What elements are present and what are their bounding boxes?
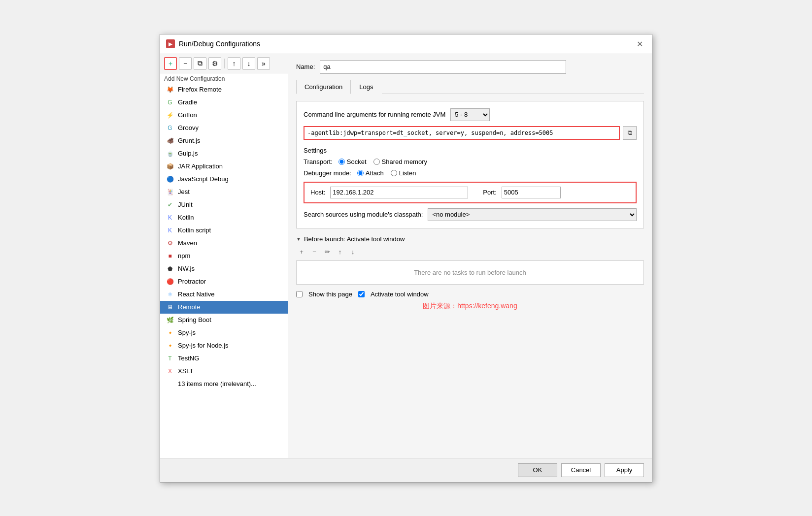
- close-button[interactable]: ✕: [634, 38, 646, 50]
- ok-button[interactable]: OK: [518, 463, 557, 477]
- add-configuration-button[interactable]: +: [164, 57, 177, 70]
- sidebar-item-label: Protractor: [178, 278, 206, 285]
- sidebar-item-maven[interactable]: ⚙ Maven: [160, 237, 288, 250]
- debugger-listen-radio[interactable]: [391, 170, 397, 176]
- name-row: Name:: [296, 60, 644, 74]
- bl-edit-button[interactable]: ✏: [322, 247, 333, 258]
- before-launch-toolbar: + − ✏ ↑ ↓: [296, 247, 644, 258]
- sidebar-item-label: JUnit: [178, 201, 193, 208]
- testng-icon: T: [166, 355, 174, 362]
- left-toolbar: + − ⧉ ⚙ ↑ ↓ »: [160, 54, 288, 73]
- run-debug-dialog: ▶ Run/Debug Configurations ✕ + − ⧉ ⚙ ↑ ↓…: [160, 34, 652, 483]
- jvm-version-select[interactable]: 5 - 8 9+: [450, 108, 490, 121]
- copy-configuration-button[interactable]: ⧉: [194, 57, 206, 70]
- sidebar-item-gruntjs[interactable]: 🐗 Grunt.js: [160, 134, 288, 147]
- tab-configuration[interactable]: Configuration: [296, 80, 351, 94]
- show-page-checkbox[interactable]: [296, 291, 303, 297]
- before-launch-empty: There are no tasks to run before launch: [296, 260, 644, 285]
- sidebar-item-gradle[interactable]: G Gradle: [160, 96, 288, 109]
- more-icon: [166, 380, 174, 388]
- sidebar-item-label: Groovy: [178, 124, 199, 131]
- sidebar-item-protractor[interactable]: 🔴 Protractor: [160, 275, 288, 288]
- debugger-listen-label: Listen: [399, 169, 416, 177]
- sidebar-item-nwjs[interactable]: ⬟ NW.js: [160, 262, 288, 275]
- debugger-listen-option[interactable]: Listen: [391, 169, 416, 177]
- sidebar-item-label: 13 items more (irrelevant)...: [178, 380, 256, 387]
- sidebar-item-label: Maven: [178, 239, 197, 247]
- sidebar-item-spring-boot[interactable]: 🌿 Spring Boot: [160, 314, 288, 326]
- sidebar-item-griffon[interactable]: ⚡ Griffon: [160, 109, 288, 122]
- sidebar-item-react-native[interactable]: ⚛ React Native: [160, 288, 288, 301]
- transport-shared-memory-radio[interactable]: [373, 159, 380, 165]
- tabs-bar: Configuration Logs: [296, 80, 644, 94]
- bl-remove-button[interactable]: −: [309, 247, 320, 258]
- name-input[interactable]: [320, 60, 566, 74]
- sidebar-item-npm[interactable]: ■ npm: [160, 250, 288, 262]
- transport-socket-option[interactable]: Socket: [338, 158, 367, 165]
- host-input[interactable]: [330, 187, 468, 198]
- junit-icon: ✔: [166, 201, 174, 209]
- apply-button[interactable]: Apply: [605, 463, 644, 477]
- spring-boot-icon: 🌿: [166, 316, 174, 324]
- sidebar-item-xslt[interactable]: X XSLT: [160, 365, 288, 378]
- remote-icon: 🖥: [166, 303, 174, 311]
- npm-icon: ■: [166, 252, 174, 260]
- sidebar-item-label: Gulp.js: [178, 150, 198, 157]
- bl-add-button[interactable]: +: [296, 247, 307, 258]
- sidebar-item-kotlin-script[interactable]: K Kotlin script: [160, 224, 288, 237]
- transport-shared-memory-option[interactable]: Shared memory: [373, 158, 427, 165]
- sidebar-item-firefox-remote[interactable]: 🦊 Firefox Remote: [160, 83, 288, 96]
- spy-js-icon: 🔸: [166, 329, 174, 337]
- more-button[interactable]: »: [257, 57, 270, 70]
- sidebar-item-kotlin[interactable]: K Kotlin: [160, 211, 288, 224]
- tab-logs[interactable]: Logs: [351, 80, 381, 94]
- dialog-body: + − ⧉ ⚙ ↑ ↓ » Add New Configuration 🦊 Fi…: [160, 54, 652, 458]
- title-bar-left: ▶ Run/Debug Configurations: [166, 39, 260, 48]
- debugger-mode-radio-group: Attach Listen: [357, 169, 416, 177]
- sidebar-item-javascript-debug[interactable]: 🔵 JavaScript Debug: [160, 173, 288, 186]
- sidebar-item-jar-application[interactable]: 📦 JAR Application: [160, 160, 288, 173]
- dialog-footer: OK Cancel Apply: [160, 458, 652, 482]
- transport-socket-radio[interactable]: [338, 159, 345, 165]
- sidebar-item-label: Spy-js for Node.js: [178, 342, 229, 349]
- module-row: Search sources using module's classpath:…: [304, 208, 637, 221]
- dialog-title: Run/Debug Configurations: [179, 40, 260, 48]
- cmd-input[interactable]: [304, 126, 620, 140]
- sidebar-item-junit[interactable]: ✔ JUnit: [160, 198, 288, 211]
- xslt-icon: X: [166, 367, 174, 375]
- sidebar-item-remote[interactable]: 🖥 Remote: [160, 301, 288, 314]
- sidebar-item-spy-js[interactable]: 🔸 Spy-js: [160, 326, 288, 339]
- sidebar-item-label: Kotlin script: [178, 226, 211, 234]
- sidebar-item-gulpjs[interactable]: 🍵 Gulp.js: [160, 147, 288, 160]
- sidebar-item-groovy[interactable]: G Groovy: [160, 122, 288, 134]
- sidebar-item-more[interactable]: 13 items more (irrelevant)...: [160, 378, 288, 390]
- host-port-row: Host: Port:: [304, 182, 637, 203]
- move-up-button[interactable]: ↑: [228, 57, 240, 70]
- name-label: Name:: [296, 63, 315, 70]
- sidebar-item-jest[interactable]: 🃏 Jest: [160, 186, 288, 198]
- griffon-icon: ⚡: [166, 111, 174, 119]
- move-down-button[interactable]: ↓: [242, 57, 255, 70]
- debugger-attach-option[interactable]: Attach: [357, 169, 384, 177]
- settings-label: Settings: [304, 147, 637, 154]
- sidebar-item-label: Spring Boot: [178, 316, 211, 323]
- debugger-attach-radio[interactable]: [357, 170, 364, 176]
- title-bar: ▶ Run/Debug Configurations ✕: [160, 34, 652, 54]
- before-launch-header: ▼ Before launch: Activate tool window: [296, 235, 644, 243]
- toolbar-separator: [224, 59, 225, 68]
- cancel-button[interactable]: Cancel: [561, 463, 601, 477]
- module-select[interactable]: <no module>: [428, 208, 637, 221]
- bl-down-button[interactable]: ↓: [347, 247, 358, 258]
- sidebar-item-label: JavaScript Debug: [178, 175, 229, 183]
- remove-configuration-button[interactable]: −: [179, 57, 192, 70]
- port-label: Port:: [483, 189, 496, 196]
- cmd-copy-button[interactable]: ⧉: [623, 126, 637, 140]
- sidebar-item-testng[interactable]: T TestNG: [160, 352, 288, 365]
- sidebar-item-spy-js-node[interactable]: 🔸 Spy-js for Node.js: [160, 339, 288, 352]
- activate-tool-checkbox[interactable]: [358, 291, 365, 297]
- settings-configuration-button[interactable]: ⚙: [208, 57, 221, 70]
- port-input[interactable]: [502, 187, 561, 198]
- debugger-mode-label: Debugger mode:: [304, 169, 351, 177]
- bl-up-button[interactable]: ↑: [335, 247, 345, 258]
- gulpjs-icon: 🍵: [166, 150, 174, 158]
